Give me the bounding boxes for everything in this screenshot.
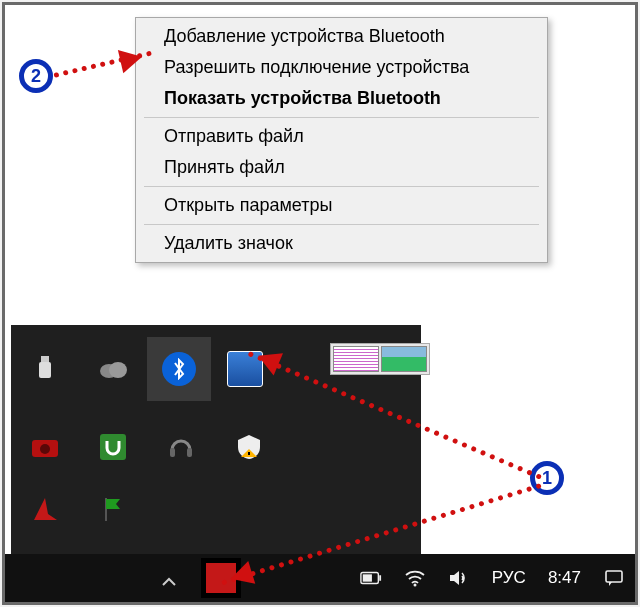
taskbar-clock[interactable]: 8:47 (548, 568, 581, 588)
tray-chevron-up-icon[interactable] (161, 576, 177, 588)
svg-rect-8 (187, 448, 192, 457)
menu-item-add-device[interactable]: Добавление устройства Bluetooth (136, 21, 547, 52)
headset-icon[interactable] (147, 423, 215, 471)
volume-icon[interactable] (448, 567, 470, 589)
menu-item-remove-icon[interactable]: Удалить значок (136, 228, 547, 259)
annotation-badge-2: 2 (19, 59, 53, 93)
bluetooth-context-menu: Добавление устройства Bluetooth Разрешит… (135, 17, 548, 263)
onedrive-icon[interactable] (79, 345, 147, 393)
app-red-triangle-icon[interactable] (11, 485, 79, 533)
svg-rect-0 (41, 356, 49, 362)
svg-rect-9 (248, 452, 250, 455)
bluetooth-tray-icon[interactable] (147, 337, 211, 401)
usb-icon[interactable] (11, 345, 79, 393)
svg-point-14 (413, 584, 416, 587)
menu-item-show-devices[interactable]: Показать устройства Bluetooth (136, 83, 547, 114)
svg-rect-13 (363, 574, 372, 581)
svg-rect-12 (379, 575, 381, 581)
menu-separator (144, 186, 539, 187)
menu-item-send-file[interactable]: Отправить файл (136, 121, 547, 152)
menu-item-allow-connection[interactable]: Разрешить подключение устройства (136, 52, 547, 83)
svg-rect-1 (39, 362, 51, 378)
utorrent-icon[interactable] (79, 423, 147, 471)
svg-rect-6 (100, 434, 126, 460)
security-warning-icon[interactable] (215, 423, 283, 471)
camera-icon[interactable] (11, 423, 79, 471)
battery-icon[interactable] (360, 567, 382, 589)
menu-item-receive-file[interactable]: Принять файл (136, 152, 547, 183)
taskbar-language[interactable]: РУС (492, 568, 526, 588)
svg-rect-15 (606, 571, 622, 582)
action-center-icon[interactable] (603, 567, 625, 589)
menu-separator (144, 117, 539, 118)
taskbar: РУС 8:47 (5, 554, 635, 602)
wifi-icon[interactable] (404, 567, 426, 589)
view-thumbnails[interactable] (330, 343, 430, 375)
menu-separator (144, 224, 539, 225)
svg-rect-7 (170, 448, 175, 457)
svg-point-5 (40, 444, 50, 454)
menu-item-open-settings[interactable]: Открыть параметры (136, 190, 547, 221)
flag-green-icon[interactable] (79, 485, 147, 533)
svg-point-3 (109, 362, 127, 378)
